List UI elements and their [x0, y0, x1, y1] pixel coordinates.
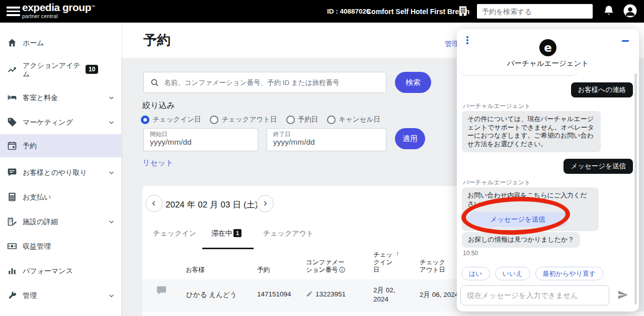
sidebar-item-rooms-rates[interactable]: 客室と料金: [0, 90, 121, 104]
end-date-input[interactable]: [273, 138, 380, 147]
start-date-field[interactable]: 開始日: [143, 128, 258, 151]
radio-checkin-date[interactable]: チェックイン日: [141, 115, 201, 124]
chat-message-area: お客様への連絡 バーチャルエージェント その件については、現在バーチャルエージェ…: [457, 72, 639, 311]
column-header-guest: お客様: [186, 266, 205, 274]
quick-reply-no[interactable]: いいえ: [495, 267, 530, 280]
topbar-search-input[interactable]: [477, 4, 593, 19]
sidebar-item-label: ホーム: [23, 39, 44, 47]
agent-name-label: バーチャルエージェント: [463, 102, 531, 111]
quick-reply-row: はい いいえ 最初からやり直す: [461, 267, 603, 280]
next-section-edge: [142, 311, 644, 316]
next-day-button[interactable]: [257, 195, 274, 212]
edit-pencil-icon[interactable]: [306, 290, 313, 299]
chat-message-input[interactable]: [460, 285, 609, 305]
marketing-icon: [7, 117, 17, 127]
expedia-group-logo: expedia group™ partner central: [22, 2, 95, 19]
menu-icon[interactable]: [7, 7, 20, 16]
radio-icon: [210, 116, 218, 124]
admin-icon: [7, 290, 17, 300]
building-icon[interactable]: [457, 5, 469, 19]
chevron-down-icon: [108, 94, 115, 102]
sidebar-item-payments[interactable]: お支払い: [0, 190, 121, 204]
tab-checkin[interactable]: チェックイン: [153, 229, 196, 238]
sidebar-item-revenue[interactable]: 収益管理: [0, 239, 121, 253]
sidebar-item-action-items[interactable]: アクションアイテム 10: [0, 59, 121, 81]
virtual-agent-panel: お客様への連絡 バーチャルエージェント その件については、現在バーチャルエージェ…: [457, 29, 639, 311]
minimize-icon[interactable]: [622, 40, 629, 42]
logo-subtext: partner central: [22, 13, 95, 19]
home-icon: [7, 38, 17, 48]
notifications-bell-icon[interactable]: [603, 5, 614, 19]
quick-reply-restart[interactable]: 最初からやり直す: [535, 267, 604, 280]
radio-icon: [286, 116, 295, 124]
logo-text: expedia group: [22, 2, 91, 13]
action-items-icon: [7, 65, 17, 75]
sidebar-item-performance[interactable]: パフォーマンス: [0, 264, 121, 278]
chevron-down-icon: [108, 119, 115, 127]
chevron-down-icon: [108, 292, 115, 300]
filter-title: 絞り込み: [142, 100, 175, 111]
sidebar-item-reservations[interactable]: 予約: [0, 134, 121, 157]
message-timestamp: 10:50: [463, 250, 478, 257]
start-date-input[interactable]: [150, 138, 252, 147]
topbar: expedia group™ partner central ID : 4088…: [0, 0, 644, 23]
column-header-reservation: 予約: [257, 266, 270, 274]
kebab-menu-icon[interactable]: [464, 36, 471, 46]
sidebar-item-marketing[interactable]: マーケティング: [0, 115, 121, 129]
revenue-icon: [7, 241, 17, 251]
chat-scrollbar[interactable]: [634, 73, 637, 304]
page-title: 予約: [143, 31, 171, 49]
scrolled-bubble-edge: [460, 72, 577, 76]
property-id: ID : 40887026: [327, 0, 370, 23]
checkin-date: 2月 02, 2024: [373, 286, 405, 304]
sidebar-item-label: 管理: [23, 291, 37, 300]
sidebar-item-guest-messages[interactable]: お客様とのやり取り: [0, 165, 121, 179]
confirmation-number: 13223951: [315, 290, 346, 298]
expedia-chat-logo: e: [539, 39, 557, 59]
sidebar-item-label: お支払い: [23, 193, 51, 201]
agent-message-bubble: お問い合わせ内容をこちらにご入力ください。 メッセージを送信: [462, 187, 599, 231]
info-icon[interactable]: [339, 267, 345, 275]
end-date-label: 終了日: [273, 131, 380, 138]
agent-message-bubble: その件については、現在バーチャルエージェントでサポートできません。オペレーターに…: [462, 111, 601, 152]
sidebar-item-property-details[interactable]: 施設の詳細: [0, 215, 121, 229]
reservations-icon: [7, 141, 17, 151]
previous-day-button[interactable]: [145, 195, 163, 212]
send-message-button[interactable]: メッセージを送信: [467, 212, 568, 227]
radio-icon: [327, 116, 336, 124]
message-bubble-icon[interactable]: [156, 285, 167, 297]
search-button[interactable]: 検索: [395, 72, 431, 93]
in-house-count-badge: 1: [233, 229, 242, 237]
guest-name-link[interactable]: ひかる えんどう: [186, 290, 236, 299]
radio-cancel-date[interactable]: キャンセル日: [327, 115, 380, 124]
sidebar-item-home[interactable]: ホーム: [0, 36, 121, 50]
start-date-label: 開始日: [150, 131, 252, 138]
quick-reply-yes[interactable]: はい: [461, 267, 490, 280]
apply-button[interactable]: 適用: [395, 128, 425, 149]
end-date-field[interactable]: 終了日: [267, 128, 386, 151]
chevron-down-icon: [108, 219, 115, 227]
tab-checkout[interactable]: チェックアウト: [263, 229, 313, 238]
sort-ascending-icon[interactable]: ↑: [396, 250, 399, 257]
sidebar-item-label: 客室と料金: [23, 93, 58, 102]
trademark: ™: [91, 5, 95, 9]
svg-text:e: e: [544, 41, 552, 54]
active-tab-underline: [202, 248, 254, 249]
account-avatar-icon[interactable]: [623, 4, 637, 20]
chat-panel-title: バーチャルエージェント: [457, 59, 639, 68]
sidebar-item-label: 予約: [23, 142, 37, 150]
reset-link[interactable]: リセット: [142, 158, 173, 168]
column-header-confirmation: コンファメーション番号: [306, 259, 348, 275]
column-header-checkin[interactable]: チェックイン日: [373, 251, 396, 274]
sidebar-item-label: 施設の詳細: [23, 218, 58, 226]
tab-in-house[interactable]: 滞在中: [211, 229, 232, 238]
radio-booking-date[interactable]: 予約日: [286, 115, 318, 124]
action-items-count-badge: 10: [86, 65, 98, 74]
send-icon[interactable]: [617, 289, 629, 302]
sidebar-item-admin[interactable]: 管理: [0, 288, 121, 302]
chevron-down-icon: [108, 169, 115, 177]
sidebar-item-label: パフォーマンス: [23, 267, 73, 275]
user-message-bubble: メッセージを送信: [564, 159, 633, 174]
radio-checkout-date[interactable]: チェックアウト日: [210, 115, 277, 124]
bookings-search-input[interactable]: [164, 72, 384, 92]
